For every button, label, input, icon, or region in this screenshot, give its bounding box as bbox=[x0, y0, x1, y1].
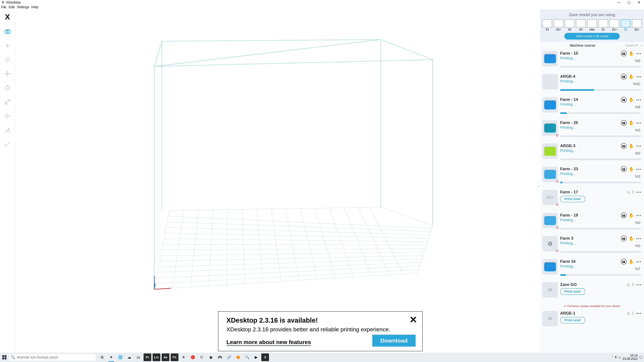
taskbar-icon-discord[interactable]: 🎮 bbox=[216, 354, 224, 361]
machine-row[interactable]: ARGE-3Printing...%0▮▮✋⋯ bbox=[540, 142, 644, 165]
taskbar-icon-telegram[interactable]: ✈ bbox=[180, 354, 188, 361]
course-more-icon[interactable]: ⋯ bbox=[639, 44, 644, 47]
tray-clock[interactable]: 16:16 23.08.2022 bbox=[622, 354, 638, 361]
taskbar-icon-chrome[interactable]: 🌐 bbox=[116, 354, 124, 361]
pause-icon[interactable]: ▮▮ bbox=[621, 213, 626, 218]
machine-row[interactable]: Z3ARGE-1Print now!♨𖦹⋯ bbox=[540, 309, 644, 332]
stop-icon[interactable]: ✋ bbox=[628, 213, 634, 218]
taskbar-search[interactable]: 🔍 bbox=[9, 354, 96, 361]
model-option-x3[interactable]: X3 bbox=[576, 19, 586, 31]
machine-row[interactable]: Z1+Farm - 17Print now!♨𖦹⋯ bbox=[540, 188, 644, 211]
stop-icon[interactable]: ✋ bbox=[628, 74, 634, 79]
taskbar-icon-pr[interactable]: Pr bbox=[144, 354, 151, 361]
stop-icon[interactable]: ✋ bbox=[628, 167, 634, 172]
machine-row[interactable]: ⚙Farm 3Printing...%0▮▮✋⋯ bbox=[540, 234, 644, 257]
taskbar-icon-ps[interactable]: Ps bbox=[171, 354, 178, 361]
stop-icon[interactable]: ✋ bbox=[628, 259, 634, 264]
pause-icon[interactable]: ▮▮ bbox=[621, 236, 626, 241]
search-input[interactable] bbox=[17, 355, 96, 360]
taskbar-icon-ae[interactable]: Ae bbox=[162, 354, 170, 361]
viewport-3d[interactable] bbox=[15, 9, 540, 353]
tool-rotate[interactable] bbox=[0, 81, 15, 95]
tool-mirror[interactable] bbox=[0, 109, 15, 123]
model-option-xlite[interactable]: xlite bbox=[587, 19, 597, 31]
maximize-button[interactable]: ▢ bbox=[624, 0, 634, 5]
model-option-z1[interactable]: Z1 bbox=[598, 19, 608, 31]
machine-list[interactable]: Farm - 15Printing...%0▮▮✋⋯ARGE-4Printing… bbox=[540, 49, 644, 353]
close-button[interactable]: ✕ bbox=[634, 0, 644, 5]
machine-more-icon[interactable]: ⋯ bbox=[636, 214, 642, 216]
taskbar-icon-opera[interactable]: 🔴 bbox=[189, 354, 196, 361]
firmware-warning[interactable]: ⚠Firmware update available for your devi… bbox=[540, 304, 644, 309]
machine-more-icon[interactable]: ⋯ bbox=[636, 312, 642, 314]
tool-slice[interactable] bbox=[0, 137, 15, 151]
heat-icon[interactable]: ♨ bbox=[626, 189, 630, 195]
machine-row[interactable]: ARGE-4Printing...%42▮▮✋⋯ bbox=[540, 72, 644, 95]
stop-icon[interactable]: ✋ bbox=[628, 120, 634, 125]
taskbar-icon-figma[interactable]: 🔶 bbox=[234, 354, 242, 361]
taskbar-icon-multi[interactable]: ✦ bbox=[107, 354, 115, 361]
heat-icon[interactable]: ♨ bbox=[626, 282, 630, 287]
tray-chevron-icon[interactable]: ˄ bbox=[612, 356, 613, 359]
machine-more-icon[interactable]: ⋯ bbox=[636, 52, 642, 54]
pause-icon[interactable]: ▮▮ bbox=[621, 143, 626, 149]
model-option-z3[interactable]: Z3 bbox=[621, 19, 630, 31]
menu-file[interactable]: File bbox=[1, 5, 6, 9]
model-option-z1+[interactable]: Z1+ bbox=[610, 19, 619, 31]
tool-analyze[interactable] bbox=[0, 123, 15, 137]
taskbar-icon-xdesktop[interactable]: X bbox=[261, 354, 269, 361]
tray-ime-icon[interactable]: ▭ bbox=[618, 356, 621, 359]
model-option-x2[interactable]: X2 bbox=[565, 19, 574, 31]
stop-icon[interactable]: ✋ bbox=[628, 143, 634, 149]
toast-learn-link[interactable]: Learn more about new features bbox=[226, 339, 311, 346]
pause-icon[interactable]: ▮▮ bbox=[621, 120, 626, 126]
pause-icon[interactable]: ▮▮ bbox=[621, 74, 626, 79]
pause-icon[interactable]: ▮▮ bbox=[621, 259, 626, 265]
tray-notifications-icon[interactable]: 💬 bbox=[639, 356, 643, 359]
taskbar-icon-task-view[interactable]: ⧉ bbox=[98, 354, 106, 361]
start-button[interactable] bbox=[1, 354, 8, 361]
tool-add[interactable] bbox=[0, 38, 15, 53]
taskbar-icon-teamviewer[interactable]: 🔗 bbox=[225, 354, 233, 361]
model-option-x1[interactable]: X1 bbox=[542, 19, 552, 31]
menu-settings[interactable]: Settings bbox=[17, 5, 29, 9]
taskbar-icon-potplayer[interactable]: ▶ bbox=[252, 354, 260, 361]
taskbar-icon-edge2[interactable]: ◉ bbox=[207, 354, 215, 361]
load-model-button[interactable]: Click to load a 3D model bbox=[564, 33, 620, 39]
machine-more-icon[interactable]: ⋯ bbox=[636, 145, 642, 147]
fan-icon[interactable]: 𖦹 bbox=[632, 311, 634, 316]
heat-icon[interactable]: ♨ bbox=[626, 311, 630, 316]
print-now-button[interactable]: Print now! bbox=[560, 288, 585, 295]
stop-icon[interactable]: ✋ bbox=[628, 97, 634, 102]
tool-orient[interactable] bbox=[0, 53, 15, 67]
machine-more-icon[interactable]: ⋯ bbox=[636, 284, 642, 286]
print-now-button[interactable]: Print now! bbox=[560, 317, 585, 324]
minimize-button[interactable]: — bbox=[614, 0, 624, 5]
machine-row[interactable]: Farm - 15Printing...%0▮▮✋⋯ bbox=[540, 49, 644, 72]
taskbar-icon-explorer[interactable]: 🗂 bbox=[134, 354, 142, 361]
machine-more-icon[interactable]: ⋯ bbox=[636, 238, 642, 240]
print-now-button[interactable]: Print now! bbox=[560, 196, 585, 202]
taskbar-icon-lrc[interactable]: Lrc bbox=[152, 354, 160, 361]
menu-help[interactable]: Help bbox=[31, 5, 38, 9]
machine-more-icon[interactable]: ⋯ bbox=[636, 261, 642, 263]
menu-edit[interactable]: Edit bbox=[9, 5, 14, 9]
pause-icon[interactable]: ▮▮ bbox=[621, 51, 626, 56]
machine-more-icon[interactable]: ⋯ bbox=[636, 99, 642, 101]
taskbar-icon-onedrive[interactable]: ☁ bbox=[126, 354, 133, 361]
machine-more-icon[interactable]: ⋯ bbox=[636, 76, 642, 78]
panel-collapse-button[interactable]: › bbox=[537, 181, 540, 191]
model-option-z3+[interactable]: Z3+ bbox=[632, 19, 642, 31]
toast-close-button[interactable]: ✕ bbox=[410, 314, 417, 325]
machine-row[interactable]: Farm - 14Printing...%8▮▮✋⋯ bbox=[540, 95, 644, 119]
fan-icon[interactable]: 𖦹 bbox=[632, 189, 634, 195]
machine-more-icon[interactable]: ⋯ bbox=[636, 168, 642, 170]
machine-row[interactable]: Farm 16Printing...%7▮▮✋⋯ bbox=[540, 257, 644, 281]
machine-more-icon[interactable]: ⋯ bbox=[636, 191, 642, 193]
stop-icon[interactable]: ✋ bbox=[628, 51, 634, 56]
custom-ip-link[interactable]: Custom IP bbox=[626, 44, 639, 47]
system-tray[interactable]: ˄ X ▭ 16:16 23.08.2022 💬 bbox=[610, 353, 644, 362]
machine-row[interactable]: Z3Zaxe GOPrint now!♨𖦹⋯ bbox=[540, 281, 644, 304]
model-option-x1+[interactable]: X1+ bbox=[554, 19, 564, 31]
machine-row[interactable]: Farm - 23Printing...%3▮▮✋⋯ bbox=[540, 165, 644, 188]
